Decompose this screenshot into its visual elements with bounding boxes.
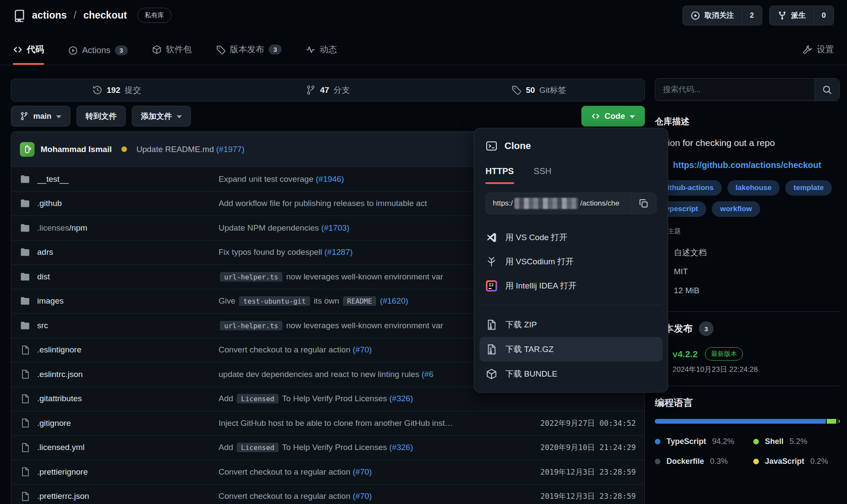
issue-link[interactable]: (#70) [353, 467, 372, 476]
file-name-link[interactable]: .eslintignore [37, 345, 219, 355]
issue-link[interactable]: (#326) [389, 394, 413, 403]
commits-count: 192 [107, 86, 121, 95]
issue-link[interactable]: (#70) [353, 491, 372, 501]
commit-status-dot[interactable] [121, 146, 127, 152]
file-name-link[interactable]: src [37, 321, 219, 330]
commit-message[interactable]: Update README.md (#1977) [136, 145, 244, 154]
open-in-vscode-item[interactable]: 用 VS Code 打开 [485, 225, 657, 250]
commit-message[interactable]: Add Licensed To Help Verify Prod License… [219, 394, 628, 403]
commit-author[interactable]: Mohammad Ismail [41, 145, 112, 154]
file-name-link[interactable]: images [37, 296, 219, 306]
copy-url-button[interactable] [631, 193, 656, 214]
fork-count[interactable]: 0 [814, 6, 834, 25]
file-name-link[interactable]: .gitignore [37, 418, 219, 428]
redacted-host [514, 198, 578, 209]
folder-icon [20, 174, 30, 184]
code-chip: test-ubuntu-git [239, 296, 310, 306]
search-input[interactable] [655, 79, 815, 101]
stat-commits[interactable]: 192 提交 [11, 85, 222, 96]
folder-icon [20, 198, 30, 209]
tab-https[interactable]: HTTPS [485, 166, 514, 184]
add-file-button[interactable]: 添加文件 [132, 106, 191, 127]
menu-item-label: 下载 BUNDLE [505, 368, 557, 380]
tab-settings[interactable]: 设置 [803, 44, 834, 65]
tab-releases-label: 版本发布 [230, 44, 264, 55]
commit-message[interactable]: Add Licensed To Help Verify Prod License… [219, 443, 533, 452]
file-name-link[interactable]: .licenses/npm [37, 223, 219, 233]
file-toolbar: main 转到文件 添加文件 Code [11, 106, 645, 126]
code-chip: README [343, 296, 377, 306]
topic-pill[interactable]: workflow [712, 201, 760, 217]
file-name-link[interactable]: dist [37, 272, 219, 282]
open-in-idea-item[interactable]: IJ用 Intellij IDEA 打开 [485, 274, 657, 298]
latest-release-row: v4.2.2 最新版本 [655, 347, 840, 361]
table-row[interactable]: .prettierignoreConvert checkout to a reg… [11, 460, 644, 484]
topic-pill[interactable]: template [785, 180, 832, 196]
file-name-link[interactable]: .gitattributes [37, 394, 219, 403]
clone-header: Clone [485, 139, 657, 153]
issue-link[interactable]: (#1287) [324, 247, 353, 257]
eye-icon [691, 11, 700, 20]
watch-count[interactable]: 2 [742, 6, 761, 25]
repo-meta-list: 自述文档MIT12 MiB [655, 243, 840, 300]
release-version-link[interactable]: v4.2.2 [673, 349, 698, 359]
menu-item-label: 用 Intellij IDEA 打开 [505, 280, 577, 292]
tab-activity[interactable]: 动态 [306, 44, 337, 65]
website-link[interactable]: https://github.com/actions/checkout [673, 160, 821, 170]
topic-pill[interactable]: lakehouse [727, 180, 780, 196]
branch-selector[interactable]: main [11, 106, 70, 127]
stat-tags[interactable]: 50 Git标签 [433, 85, 644, 96]
goto-file-button[interactable]: 转到文件 [76, 106, 126, 127]
file-name-link[interactable]: .eslintrc.json [37, 370, 219, 379]
issue-link[interactable]: (#1703) [321, 223, 350, 232]
tab-packages[interactable]: 软件包 [152, 44, 192, 65]
issue-link[interactable]: (#1620) [380, 296, 409, 305]
clone-url-input[interactable]: https:/ /actions/che [486, 193, 631, 214]
tab-actions[interactable]: Actions 3 [68, 45, 128, 65]
download-item[interactable]: 下载 ZIP [485, 312, 657, 337]
search-button[interactable] [815, 79, 839, 101]
code-download-button[interactable]: Code [581, 106, 645, 127]
download-item[interactable]: 下载 BUNDLE [485, 361, 657, 386]
tab-code[interactable]: 代码 [13, 44, 44, 65]
file-name-link[interactable]: .github [37, 199, 219, 208]
tab-ssh[interactable]: SSH [534, 166, 552, 184]
vscode-icon [485, 232, 498, 243]
code-icon [591, 112, 600, 120]
table-row[interactable]: .gitignoreInject GitHub host to be able … [11, 411, 644, 435]
breadcrumb-repo[interactable]: checkout [83, 10, 127, 21]
fork-button[interactable]: 派生 0 [769, 6, 834, 25]
goto-file-label: 转到文件 [86, 111, 117, 121]
issue-link[interactable]: (#1946) [316, 174, 344, 184]
file-name-link[interactable]: .prettierignore [37, 467, 219, 477]
commit-message[interactable]: Inject GitHub host to be able to clone f… [219, 418, 533, 428]
issue-link[interactable]: (#70) [353, 345, 372, 354]
commit-message[interactable]: Convert checkout to a regular action (#7… [219, 491, 533, 501]
message-text: To Help Verify Prod Licenses [280, 394, 389, 403]
branches-count: 47 [320, 86, 329, 95]
manage-topics-link[interactable]: 管理主题 [655, 227, 840, 235]
table-row[interactable]: .licensed.ymlAdd Licensed To Help Verify… [11, 435, 644, 460]
unwatch-button[interactable]: 取消关注 2 [682, 6, 762, 25]
meta-database-row[interactable]: 12 MiB [655, 281, 840, 300]
download-item[interactable]: 下载 TAR.GZ [479, 337, 663, 361]
file-name-link[interactable]: adrs [37, 247, 219, 257]
stat-branches[interactable]: 47 分支 [222, 85, 434, 96]
meta-book-row[interactable]: 自述文档 [655, 243, 840, 262]
tab-releases[interactable]: 版本发布 3 [216, 44, 282, 65]
avatar[interactable] [20, 142, 35, 157]
issue-link[interactable]: (#326) [389, 443, 413, 452]
file-name-link[interactable]: .licensed.yml [37, 443, 219, 452]
file-name-link[interactable]: .prettierrc.json [37, 491, 219, 501]
file-name-link[interactable]: __test__ [37, 174, 219, 184]
commit-message[interactable]: Convert checkout to a regular action (#7… [219, 467, 533, 477]
table-row[interactable]: .prettierrc.jsonConvert checkout to a re… [11, 484, 644, 504]
meta-law-row[interactable]: MIT [655, 262, 840, 281]
issue-link[interactable]: (#1977) [216, 145, 245, 154]
repo-description: Action for checking out a repo [655, 138, 840, 148]
breadcrumb-owner[interactable]: actions [32, 10, 67, 21]
branches-label: 分支 [333, 85, 350, 96]
issue-link[interactable]: (#6 [422, 370, 433, 379]
open-in-vscodium-item[interactable]: 用 VSCodium 打开 [485, 250, 657, 274]
language-bar[interactable] [655, 419, 840, 424]
